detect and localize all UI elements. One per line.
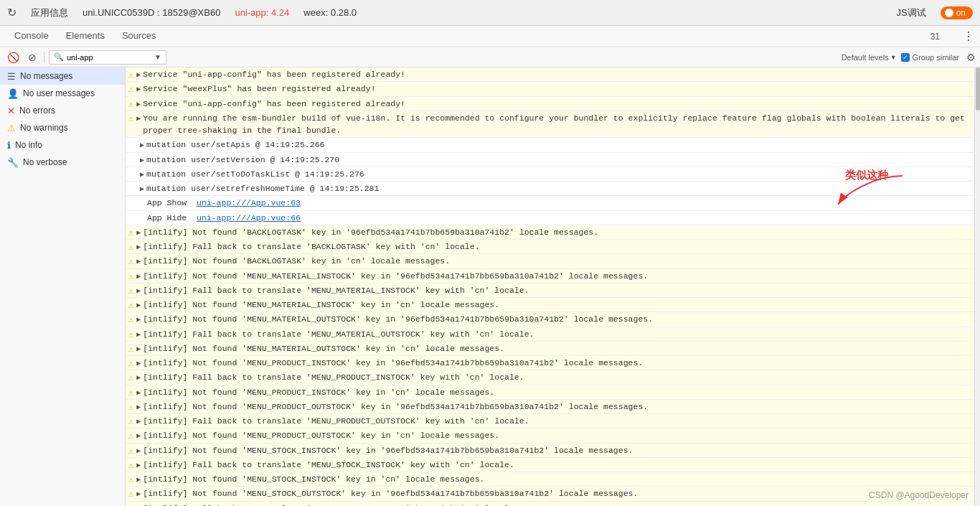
log-entry: ⚠ ▶ [intlify] Not found 'MENU_STOCK_INST… [126, 472, 974, 487]
js-debug-toggle[interactable]: on [941, 6, 973, 19]
warning-icon: ⚠ [7, 123, 16, 133]
log-text: Service "uni-app-config" has been regist… [143, 98, 971, 110]
log-text: mutation user/setToDoTaskList @ 14:19:25… [146, 168, 971, 180]
log-text: Service "uni-app-config" has been regist… [143, 68, 971, 80]
app-show-link[interactable]: uni-app:///App.vue:63 [197, 198, 301, 207]
log-entry: ⚠ ▶ [intlify] Fall back to translate 'BA… [126, 240, 974, 254]
search-container: 🔍 ▼ [49, 50, 166, 65]
warning-triangle-icon: ⚠ [128, 328, 133, 340]
expand-icon[interactable]: ▶ [136, 328, 141, 339]
log-panel[interactable]: ⚠ ▶ Service "uni-app-config" has been re… [126, 67, 974, 506]
log-entry: ⚠ ▶ [intlify] Fall back to translate 'ME… [126, 284, 974, 298]
log-entry: ▶ mutation user/setVersion @ 14:19:25.27… [126, 153, 974, 167]
log-entry: ⚠ ▶ [intlify] Not found 'MENU_PRODUCT_IN… [126, 385, 974, 400]
log-text: mutation user/setrefreshHomeTime @ 14:19… [146, 182, 971, 195]
log-entry: ⚠ ▶ [intlify] Fall back to translate 'ME… [126, 414, 974, 428]
app-hide-link[interactable]: uni-app:///App.vue:66 [197, 213, 301, 222]
app-info-title: 应用信息 [31, 6, 68, 19]
log-entry: ▶ mutation user/setToDoTaskList @ 14:19:… [126, 167, 974, 182]
log-text: App Hide uni-app:///App.vue:66 [147, 212, 971, 224]
log-entry: ⚠ ▶ [intlify] Not found 'MENU_PRODUCT_IN… [126, 356, 974, 370]
sidebar-item-no-user-messages[interactable]: 👤 No user messages [0, 85, 125, 102]
filter-dropdown-icon[interactable]: ▼ [154, 53, 161, 61]
filter-icon[interactable]: ⊘ [25, 50, 39, 65]
tab-elements[interactable]: Elements [57, 26, 113, 47]
scrollbar-thumb[interactable] [976, 67, 980, 111]
sidebar-item-no-messages[interactable]: ☰ No messages [0, 67, 125, 85]
sidebar-item-no-info[interactable]: ℹ No info [0, 136, 125, 154]
expand-icon[interactable]: ▶ [136, 357, 141, 367]
log-entry: ⚠ ▶ Service "uni-app-config" has been re… [126, 67, 974, 82]
expand-icon[interactable]: ▶ [136, 400, 141, 411]
expand-icon[interactable]: ▶ [140, 139, 144, 149]
sidebar-no-user-messages-label: No user messages [23, 88, 95, 98]
warning-triangle-icon: ⚠ [128, 459, 133, 471]
expand-icon[interactable]: ▶ [136, 68, 141, 79]
expand-icon[interactable]: ▶ [136, 255, 141, 266]
expand-icon[interactable]: ▶ [136, 240, 141, 251]
expand-icon[interactable]: ▶ [136, 459, 141, 469]
tab-menu-icon[interactable]: ⋮ [963, 29, 974, 43]
log-count: 31 [930, 32, 960, 42]
expand-icon[interactable]: ▶ [136, 313, 141, 324]
expand-icon[interactable]: ▶ [136, 487, 141, 498]
log-entry: ⚠ ▶ [intlify] Not found 'MENU_MATERIAL_I… [126, 269, 974, 284]
sidebar-item-no-verbose[interactable]: 🔧 No verbose [0, 154, 125, 171]
settings-icon[interactable]: ⚙ [966, 52, 976, 63]
expand-icon[interactable]: ▶ [136, 299, 141, 309]
warning-triangle-icon: ⚠ [128, 502, 133, 507]
default-levels-dropdown[interactable]: Default levels ▼ [842, 53, 897, 62]
expand-icon[interactable]: ▶ [136, 98, 141, 108]
expand-icon[interactable]: ▶ [140, 182, 144, 193]
log-text: [intlify] Fall back to translate 'MENU_M… [143, 284, 971, 296]
expand-icon[interactable]: ▶ [136, 429, 141, 440]
group-similar-checkbox[interactable]: ✓ [901, 53, 910, 62]
log-text: mutation user/setApis @ 14:19:25.266 [146, 139, 971, 151]
sidebar-item-no-errors[interactable]: ✕ No errors [0, 102, 125, 119]
log-entry-app-hide: App Hide uni-app:///App.vue:66 [126, 211, 974, 225]
expand-icon[interactable]: ▶ [140, 168, 144, 179]
expand-icon[interactable]: ▶ [136, 502, 141, 507]
log-text: [intlify] Not found 'MENU_PRODUCT_INSTOC… [143, 386, 971, 398]
log-entry: ⚠ ▶ [intlify] Fall back to translate 'ME… [126, 327, 974, 342]
sidebar-no-errors-label: No errors [19, 106, 55, 116]
group-similar-toggle[interactable]: ✓ Group similar [901, 53, 959, 62]
clear-console-icon[interactable]: 🚫 [4, 50, 22, 65]
sidebar-no-messages-label: No messages [20, 71, 72, 81]
warning-triangle-icon: ⚠ [128, 429, 133, 441]
warning-triangle-icon: ⚠ [128, 83, 133, 95]
tab-console[interactable]: Console [6, 26, 57, 47]
expand-icon[interactable]: ▶ [140, 154, 144, 164]
expand-icon[interactable]: ▶ [136, 473, 141, 484]
log-text: [intlify] Fall back to translate 'MENU_P… [143, 371, 971, 383]
warning-triangle-icon: ⚠ [128, 284, 133, 296]
tab-sources[interactable]: Sources [113, 26, 165, 47]
expand-icon[interactable]: ▶ [136, 342, 141, 353]
search-input[interactable] [67, 53, 153, 62]
log-entry-app-show: App Show uni-app:///App.vue:63 [126, 196, 974, 210]
csdn-watermark: CSDN @AgoodDeveloper [869, 490, 969, 500]
log-text: [intlify] Not found 'MENU_STOCK_INSTOCK'… [143, 473, 971, 485]
log-entry: ⚠ ▶ [intlify] Not found 'BACKLOGTASK' ke… [126, 225, 974, 240]
expand-icon[interactable]: ▶ [136, 226, 141, 237]
expand-icon[interactable]: ▶ [136, 444, 141, 455]
expand-icon[interactable]: ▶ [136, 83, 141, 93]
log-entry: ⚠ ▶ [intlify] Fall back to translate 'ME… [126, 502, 974, 507]
expand-icon[interactable]: ▶ [136, 112, 141, 123]
levels-dropdown-arrow: ▼ [890, 54, 897, 61]
tab-sources-label: Sources [122, 30, 156, 41]
app-id: uni.UNICC0539D : 18529@XB60 [83, 7, 220, 18]
log-text: [intlify] Fall back to translate 'MENU_S… [143, 459, 971, 471]
log-text: [intlify] Not found 'BACKLOGTASK' key in… [143, 255, 971, 267]
expand-icon[interactable]: ▶ [136, 415, 141, 426]
expand-icon[interactable]: ▶ [136, 371, 141, 382]
scrollbar-track[interactable] [974, 67, 980, 506]
error-icon: ✕ [7, 106, 15, 116]
warning-triangle-icon: ⚠ [128, 400, 133, 413]
expand-icon[interactable]: ▶ [136, 386, 141, 397]
expand-icon[interactable]: ▶ [136, 270, 141, 281]
sidebar-item-no-warnings[interactable]: ⚠ No warnings [0, 119, 125, 136]
expand-icon[interactable]: ▶ [136, 284, 141, 295]
warning-triangle-icon: ⚠ [128, 487, 133, 500]
refresh-icon[interactable]: ↻ [7, 6, 17, 19]
